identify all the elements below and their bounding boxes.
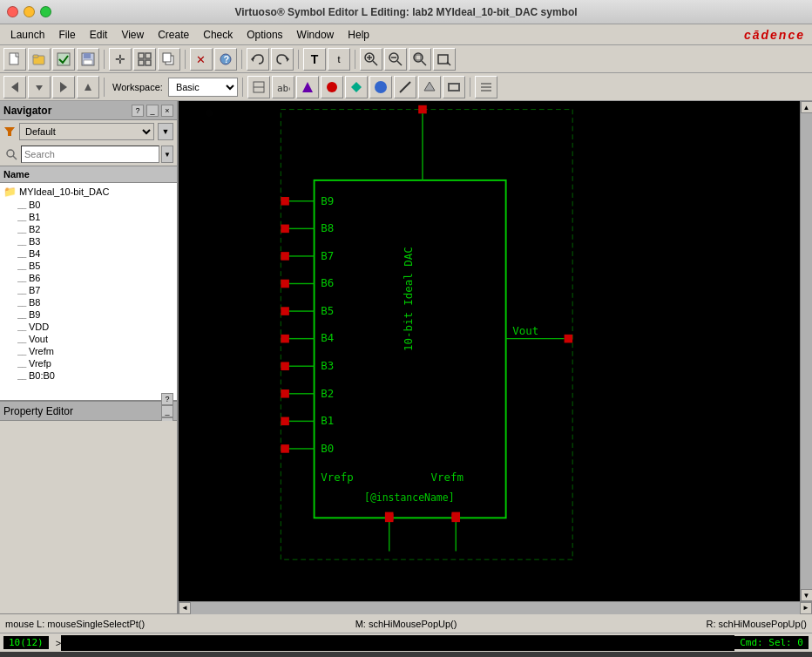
- text-big-button[interactable]: T: [303, 48, 326, 71]
- tb2-btn5[interactable]: [345, 76, 368, 98]
- tree-item[interactable]: ⎯⎯VDD: [2, 321, 175, 333]
- property-editor-header: Property Editor ? _ ×: [0, 402, 177, 421]
- nav-question-button[interactable]: ?: [132, 105, 144, 117]
- tree-item[interactable]: ⎯⎯B3: [2, 235, 175, 247]
- main-content: Navigator ? _ × Default ▼ ▼: [0, 101, 812, 613]
- redo-button[interactable]: [271, 48, 294, 71]
- tb2-sep2: [242, 78, 243, 97]
- h-scroll-track[interactable]: [191, 602, 800, 614]
- scroll-down-button[interactable]: ▼: [801, 589, 813, 601]
- tree-item[interactable]: ⎯⎯B7: [2, 284, 175, 296]
- open-button[interactable]: [28, 48, 51, 71]
- tree-item-label: B6: [29, 273, 40, 283]
- svg-text:Vout: Vout: [512, 324, 538, 337]
- svg-text:B4: B4: [321, 331, 334, 344]
- tb2-btn4[interactable]: [321, 76, 343, 98]
- delete-button[interactable]: ✕: [190, 48, 213, 71]
- tree-item[interactable]: ⎯⎯B0:B0: [2, 369, 175, 382]
- tree-item[interactable]: ⎯⎯B5: [2, 260, 175, 272]
- tree-item[interactable]: ⎯⎯Vrefm: [2, 345, 175, 357]
- tb2-dropdown-button[interactable]: [28, 76, 51, 98]
- zoom-area-button[interactable]: [433, 48, 456, 71]
- tree-item[interactable]: ⎯⎯B0: [2, 199, 175, 211]
- svg-line-50: [13, 156, 17, 159]
- menu-help[interactable]: Help: [341, 27, 376, 43]
- svg-text:abc: abc: [277, 83, 290, 94]
- tree-item[interactable]: ⎯⎯B4: [2, 247, 175, 260]
- filter-menu-button[interactable]: ▼: [158, 123, 173, 140]
- new-button[interactable]: [3, 48, 26, 71]
- nav-minimize-button[interactable]: _: [146, 105, 159, 117]
- tb2-forward-button[interactable]: [52, 76, 75, 98]
- scroll-right-button[interactable]: ►: [800, 602, 812, 614]
- move-button[interactable]: ✛: [109, 48, 132, 71]
- prop-question-button[interactable]: ?: [161, 393, 173, 405]
- save-button[interactable]: [77, 48, 99, 71]
- svg-text:B6: B6: [321, 276, 334, 289]
- tree-item[interactable]: ⎯⎯B1: [2, 211, 175, 223]
- svg-text:?: ?: [224, 54, 230, 64]
- tb2-btn3[interactable]: [296, 76, 319, 98]
- tree-item-label: Vout: [29, 334, 48, 344]
- right-scrollbar[interactable]: ▲ ▼: [800, 101, 812, 601]
- close-button[interactable]: [7, 6, 18, 17]
- copy-button[interactable]: [158, 48, 180, 71]
- tree-item[interactable]: ⎯⎯B6: [2, 272, 175, 284]
- tb2-final-button[interactable]: [475, 76, 497, 98]
- save-check-button[interactable]: [52, 48, 75, 71]
- scroll-track[interactable]: [801, 113, 813, 589]
- search-input[interactable]: [21, 146, 159, 163]
- maximize-button[interactable]: [40, 6, 51, 17]
- menu-launch[interactable]: Launch: [3, 27, 51, 43]
- zoom-fit-button[interactable]: [409, 48, 431, 71]
- canvas-area[interactable]: B9 B8 B7 B6 B5: [179, 101, 800, 601]
- tb2-up-button[interactable]: [77, 76, 99, 98]
- svg-point-39: [327, 82, 337, 92]
- zoom-in-button[interactable]: [360, 48, 382, 71]
- menu-options[interactable]: Options: [240, 27, 289, 43]
- tb2-btn2[interactable]: abc: [272, 76, 294, 98]
- filter-select[interactable]: Default: [19, 123, 154, 140]
- command-input[interactable]: [61, 635, 734, 651]
- tb2-rect-button[interactable]: [443, 76, 465, 98]
- tb2-btn6[interactable]: [369, 76, 392, 98]
- tree-item[interactable]: ⎯⎯B8: [2, 296, 175, 308]
- menu-edit[interactable]: Edit: [83, 27, 115, 43]
- svg-rect-80: [281, 417, 289, 426]
- undo-button[interactable]: [247, 48, 269, 71]
- tb2-poly-button[interactable]: [418, 76, 441, 98]
- scroll-left-button[interactable]: ◄: [179, 602, 191, 614]
- nav-close-button[interactable]: ×: [161, 105, 173, 117]
- workspace-select[interactable]: Basic Custom: [168, 78, 238, 97]
- svg-rect-94: [385, 514, 394, 523]
- tree-item[interactable]: 📁MYIdeal_10-bit_DAC: [2, 185, 175, 199]
- layout-button[interactable]: [133, 48, 156, 71]
- menu-check[interactable]: Check: [196, 27, 240, 43]
- navigator-panel: Navigator ? _ × Default ▼ ▼: [0, 101, 177, 402]
- tree-item[interactable]: ⎯⎯Vrefp: [2, 357, 175, 369]
- tree-item[interactable]: ⎯⎯Vout: [2, 333, 175, 345]
- bottom-scrollbar[interactable]: ◄ ►: [179, 601, 812, 613]
- help-button[interactable]: ?: [214, 48, 237, 71]
- navigator-tree[interactable]: 📁MYIdeal_10-bit_DAC⎯⎯B0⎯⎯B1⎯⎯B2⎯⎯B3⎯⎯B4⎯…: [0, 183, 177, 400]
- menu-view[interactable]: View: [114, 27, 151, 43]
- menu-file[interactable]: File: [51, 27, 82, 43]
- property-editor-panel: Property Editor ? _ ×: [0, 402, 177, 613]
- svg-marker-31: [11, 82, 18, 92]
- tree-item[interactable]: ⎯⎯B2: [2, 223, 175, 235]
- tb2-line-button[interactable]: [394, 76, 416, 98]
- text-small-button[interactable]: t: [328, 48, 350, 71]
- svg-rect-2: [33, 55, 38, 58]
- prop-minimize-button[interactable]: _: [161, 405, 173, 417]
- separator5: [355, 50, 355, 69]
- tb2-btn1[interactable]: [247, 76, 270, 98]
- tb2-back-button[interactable]: [3, 76, 26, 98]
- minimize-button[interactable]: [24, 6, 35, 17]
- zoom-out-button[interactable]: [384, 48, 407, 71]
- search-dropdown-button[interactable]: ▼: [161, 146, 173, 163]
- symbol-canvas: B9 B8 B7 B6 B5: [179, 101, 800, 601]
- scroll-up-button[interactable]: ▲: [801, 101, 813, 113]
- menu-create[interactable]: Create: [151, 27, 196, 43]
- tree-item[interactable]: ⎯⎯B9: [2, 308, 175, 321]
- menu-window[interactable]: Window: [290, 27, 342, 43]
